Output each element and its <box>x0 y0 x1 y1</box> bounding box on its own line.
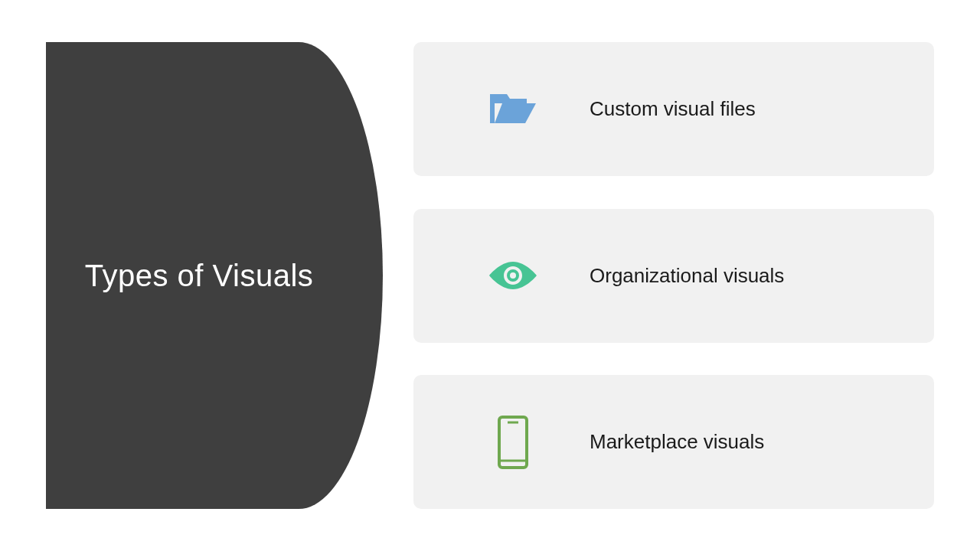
folder-open-icon <box>467 90 559 129</box>
svg-point-0 <box>508 271 518 280</box>
card-label: Organizational visuals <box>590 264 784 288</box>
card-label: Marketplace visuals <box>590 430 764 454</box>
card-marketplace-visuals: Marketplace visuals <box>413 375 934 509</box>
slide-title: Types of Visuals <box>85 259 314 293</box>
card-custom-visual-files: Custom visual files <box>413 42 934 176</box>
smartphone-icon <box>467 415 559 470</box>
title-sidebar: Types of Visuals <box>46 42 383 509</box>
card-label: Custom visual files <box>590 97 756 121</box>
card-organizational-visuals: Organizational visuals <box>413 209 934 343</box>
eye-icon <box>467 259 559 292</box>
cards-container: Custom visual files Organizational visua… <box>413 42 934 509</box>
